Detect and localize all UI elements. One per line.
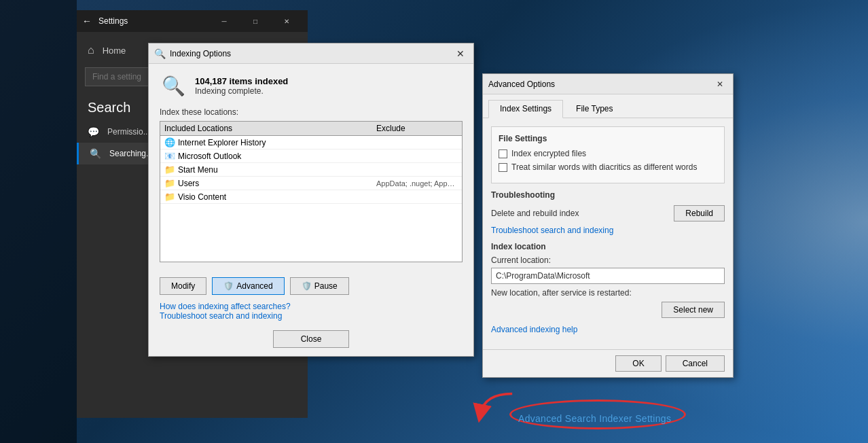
- current-location-label: Current location:: [491, 255, 725, 265]
- location-name-ie: 🌐 Internet Explorer History: [164, 137, 376, 147]
- column-exclude: Exclude: [376, 124, 458, 133]
- new-location-label: New location, after service is restarted…: [491, 288, 725, 298]
- location-exclude-users: AppData; .nuget; AppData; cognitive-serv…: [376, 179, 458, 188]
- ok-cancel-row: OK Cancel: [483, 349, 733, 377]
- settings-title: Settings: [98, 16, 209, 26]
- permissions-label: Permissio...: [107, 127, 150, 137]
- advanced-options-dialog: Advanced Options ✕ Index Settings File T…: [482, 73, 734, 378]
- advanced-btn-icon: 🛡️: [223, 281, 234, 291]
- tab-index-settings[interactable]: Index Settings: [488, 100, 563, 118]
- how-indexing-link[interactable]: How does indexing affect searches?: [160, 302, 291, 311]
- advanced-indexing-help-link[interactable]: Advanced indexing help: [491, 325, 725, 334]
- visio-icon: 📁: [164, 192, 175, 202]
- advanced-tabs: Index Settings File Types: [483, 94, 733, 118]
- ie-icon: 🌐: [164, 137, 175, 147]
- annotation-text: Advanced Search Indexer Settings: [518, 413, 671, 424]
- index-locations-label: Index these locations:: [160, 107, 463, 117]
- home-icon: ⌂: [88, 44, 94, 56]
- rebuild-button[interactable]: Rebuild: [674, 205, 725, 222]
- location-name-users: 📁 Users: [164, 178, 376, 188]
- location-name-visio: 📁 Visio Content: [164, 192, 376, 202]
- cancel-button[interactable]: Cancel: [666, 355, 725, 372]
- advanced-dialog-title: Advanced Options: [488, 79, 712, 89]
- indexing-dialog-titlebar: 🔍 Indexing Options ✕: [149, 43, 473, 64]
- indexing-close-button[interactable]: ✕: [453, 46, 468, 61]
- indexing-dialog-buttons: Modify 🛡️ Advanced 🛡️ Pause: [149, 270, 473, 302]
- indexing-links: How does indexing affect searches? Troub…: [149, 302, 473, 326]
- location-name-outlook: 📧 Microsoft Outlook: [164, 151, 376, 161]
- troubleshooting-section: Troubleshooting Delete and rebuild index…: [491, 190, 725, 235]
- minimize-button[interactable]: ─: [209, 10, 240, 32]
- indexing-header: 🔍 104,187 items indexed Indexing complet…: [160, 72, 463, 99]
- encrypted-files-label: Index encrypted files: [511, 149, 586, 158]
- sidebar-overlay: [0, 0, 77, 443]
- file-settings-section: File Settings Index encrypted files Trea…: [491, 126, 725, 183]
- indexing-status: 104,187 items indexed Indexing complete.: [195, 76, 288, 96]
- permissions-icon: 💬: [88, 126, 99, 137]
- modify-button[interactable]: Modify: [160, 277, 206, 295]
- startmenu-icon: 📁: [164, 164, 175, 175]
- pause-button[interactable]: 🛡️ Pause: [290, 277, 349, 295]
- advanced-button[interactable]: 🛡️ Advanced: [212, 277, 284, 295]
- indexing-complete-status: Indexing complete.: [195, 86, 288, 96]
- searching-label: Searching...: [109, 149, 153, 158]
- indexing-dialog-title: Indexing Options: [170, 49, 453, 58]
- close-dialog-button[interactable]: Close: [273, 330, 350, 348]
- pause-btn-label: Pause: [314, 281, 338, 291]
- encrypted-files-row[interactable]: Index encrypted files: [499, 149, 717, 158]
- close-btn-row: Close: [149, 326, 473, 356]
- window-controls: ─ □ ✕: [209, 10, 302, 32]
- troubleshoot-link[interactable]: Troubleshoot search and indexing: [160, 311, 282, 321]
- index-location-section: Index location Current location: New loc…: [491, 242, 725, 318]
- advanced-body: File Settings Index encrypted files Trea…: [483, 118, 733, 349]
- advanced-btn-label: Advanced: [236, 281, 272, 291]
- index-location-title: Index location: [491, 242, 725, 251]
- location-row-startmenu[interactable]: 📁 Start Menu: [160, 163, 462, 177]
- location-row-outlook[interactable]: 📧 Microsoft Outlook: [160, 149, 462, 163]
- file-settings-title: File Settings: [499, 134, 717, 143]
- column-included-locations: Included Locations: [164, 124, 376, 133]
- tab-file-types[interactable]: File Types: [564, 100, 624, 118]
- settings-titlebar: ← Settings ─ □ ✕: [77, 10, 308, 32]
- home-label: Home: [103, 46, 126, 56]
- indexing-status-icon: 🔍: [160, 72, 187, 99]
- select-new-button[interactable]: Select new: [662, 302, 725, 318]
- location-row-users[interactable]: 📁 Users AppData; .nuget; AppData; cognit…: [160, 177, 462, 190]
- locations-table: Included Locations Exclude 🌐 Internet Ex…: [160, 121, 463, 262]
- back-button[interactable]: ←: [82, 16, 92, 26]
- ok-button[interactable]: OK: [615, 355, 661, 372]
- advanced-close-button[interactable]: ✕: [712, 77, 727, 92]
- users-icon: 📁: [164, 178, 175, 188]
- maximize-button[interactable]: □: [240, 10, 271, 32]
- current-location-value: [491, 268, 725, 284]
- indexing-options-dialog: 🔍 Indexing Options ✕ 🔍 104,187 items ind…: [148, 43, 474, 357]
- delete-rebuild-label: Delete and rebuild index: [491, 209, 579, 218]
- location-name-startmenu: 📁 Start Menu: [164, 164, 376, 175]
- items-indexed-count: 104,187 items indexed: [195, 76, 288, 86]
- encrypted-files-checkbox[interactable]: [499, 149, 507, 158]
- indexing-dialog-body: 🔍 104,187 items indexed Indexing complet…: [149, 64, 473, 270]
- advanced-titlebar: Advanced Options ✕: [483, 74, 733, 94]
- diacritics-checkbox[interactable]: [499, 163, 507, 172]
- annotation-arrow: [469, 389, 516, 423]
- pause-btn-icon: 🛡️: [302, 281, 312, 291]
- troubleshoot-search-link[interactable]: Troubleshoot search and indexing: [491, 226, 613, 235]
- locations-table-header: Included Locations Exclude: [160, 122, 462, 136]
- location-row-visio[interactable]: 📁 Visio Content: [160, 190, 462, 204]
- outlook-icon: 📧: [164, 151, 175, 161]
- close-button[interactable]: ✕: [271, 10, 302, 32]
- indexing-dialog-icon: 🔍: [154, 48, 166, 59]
- search-icon: 🔍: [90, 148, 101, 159]
- diacritics-row[interactable]: Treat similar words with diacritics as d…: [499, 162, 717, 172]
- troubleshooting-title: Troubleshooting: [491, 190, 725, 200]
- location-row-ie[interactable]: 🌐 Internet Explorer History: [160, 136, 462, 149]
- rebuild-row: Delete and rebuild index Rebuild: [491, 205, 725, 222]
- diacritics-label: Treat similar words with diacritics as d…: [511, 162, 697, 172]
- locations-table-body: 🌐 Internet Explorer History 📧 Microsoft …: [160, 136, 462, 262]
